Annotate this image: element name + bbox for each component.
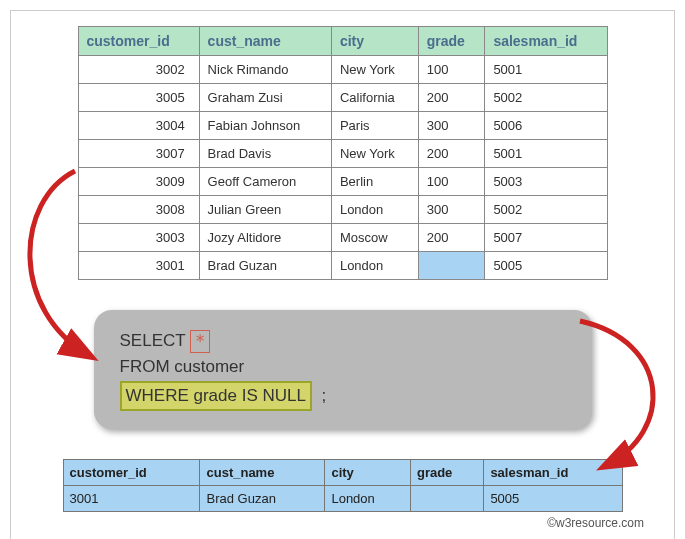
table-cell: 300: [418, 112, 485, 140]
table-cell: 5003: [485, 168, 607, 196]
res-col-cust-name: cust_name: [200, 460, 325, 486]
table-cell: 3007: [78, 140, 199, 168]
table-cell: New York: [331, 56, 418, 84]
table-cell: 300: [418, 196, 485, 224]
col-cust-name: cust_name: [199, 27, 331, 56]
table-cell: Paris: [331, 112, 418, 140]
table-cell: 5001: [485, 56, 607, 84]
table-cell: 3005: [78, 84, 199, 112]
sql-where-highlight: WHERE grade IS NULL: [120, 381, 312, 411]
col-salesman-id: salesman_id: [485, 27, 607, 56]
table-cell: 3003: [78, 224, 199, 252]
table-cell: Moscow: [331, 224, 418, 252]
source-table-body: 3002Nick RimandoNew York10050013005Graha…: [78, 56, 607, 280]
sql-query-box: SELECT * FROM customer WHERE grade IS NU…: [94, 310, 592, 429]
table-row: 3007Brad DavisNew York2005001: [78, 140, 607, 168]
table-cell: Geoff Cameron: [199, 168, 331, 196]
table-cell: Nick Rimando: [199, 56, 331, 84]
table-row: 3008Julian GreenLondon3005002: [78, 196, 607, 224]
result-table: customer_id cust_name city grade salesma…: [63, 459, 623, 512]
table-cell: Berlin: [331, 168, 418, 196]
table-cell: London: [331, 196, 418, 224]
table-cell: 3001: [63, 486, 200, 512]
table-cell: 5007: [485, 224, 607, 252]
table-row: 3002Nick RimandoNew York1005001: [78, 56, 607, 84]
sql-select: SELECT: [120, 331, 186, 350]
table-cell: 3008: [78, 196, 199, 224]
table-cell: 5002: [485, 196, 607, 224]
source-customer-table: customer_id cust_name city grade salesma…: [78, 26, 608, 280]
diagram-frame: customer_id cust_name city grade salesma…: [10, 10, 675, 539]
table-cell: 5002: [485, 84, 607, 112]
table-cell: New York: [331, 140, 418, 168]
table-cell: 100: [418, 168, 485, 196]
table-cell: 200: [418, 224, 485, 252]
table-cell: 5006: [485, 112, 607, 140]
table-cell: 5001: [485, 140, 607, 168]
table-cell: Brad Guzan: [200, 486, 325, 512]
table-cell: Brad Davis: [199, 140, 331, 168]
sql-semicolon: ;: [321, 386, 326, 405]
table-row: 3004Fabian JohnsonParis3005006: [78, 112, 607, 140]
credit-text: ©w3resource.com: [31, 516, 644, 530]
table-cell: [410, 486, 483, 512]
table-row: 3003Jozy AltidoreMoscow2005007: [78, 224, 607, 252]
table-cell: Brad Guzan: [199, 252, 331, 280]
table-cell: London: [331, 252, 418, 280]
table-cell: 3004: [78, 112, 199, 140]
table-cell: 200: [418, 140, 485, 168]
table-cell: Graham Zusi: [199, 84, 331, 112]
table-cell: Fabian Johnson: [199, 112, 331, 140]
table-cell: 5005: [485, 252, 607, 280]
table-cell: 5005: [484, 486, 622, 512]
res-col-salesman-id: salesman_id: [484, 460, 622, 486]
table-cell: 3002: [78, 56, 199, 84]
table-cell: 200: [418, 84, 485, 112]
table-cell: 3001: [78, 252, 199, 280]
table-cell: London: [325, 486, 411, 512]
table-row: 3001Brad GuzanLondon5005: [78, 252, 607, 280]
res-col-customer-id: customer_id: [63, 460, 200, 486]
table-row: 3005Graham ZusiCalifornia2005002: [78, 84, 607, 112]
res-col-city: city: [325, 460, 411, 486]
table-cell: Jozy Altidore: [199, 224, 331, 252]
table-cell: Julian Green: [199, 196, 331, 224]
table-cell: [418, 252, 485, 280]
table-row: 3001Brad GuzanLondon5005: [63, 486, 622, 512]
col-customer-id: customer_id: [78, 27, 199, 56]
col-city: city: [331, 27, 418, 56]
table-cell: California: [331, 84, 418, 112]
col-grade: grade: [418, 27, 485, 56]
res-col-grade: grade: [410, 460, 483, 486]
sql-star: *: [190, 330, 210, 352]
result-table-body: 3001Brad GuzanLondon5005: [63, 486, 622, 512]
sql-from: FROM customer: [120, 354, 570, 380]
table-cell: 100: [418, 56, 485, 84]
table-cell: 3009: [78, 168, 199, 196]
table-row: 3009Geoff CameronBerlin1005003: [78, 168, 607, 196]
